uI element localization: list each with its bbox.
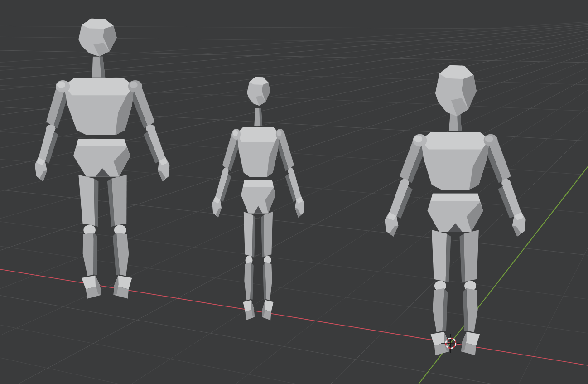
mannequin-facet xyxy=(244,262,251,301)
mannequin-facet xyxy=(264,212,273,257)
mannequin-facet xyxy=(464,230,479,282)
mannequin-joint xyxy=(130,82,138,89)
mannequin-facet xyxy=(244,212,253,257)
mannequin-facet xyxy=(78,175,95,226)
mannequin-facet xyxy=(432,230,447,282)
mannequin-facet xyxy=(243,180,273,187)
grid-line-x xyxy=(0,296,588,384)
mannequin-facet xyxy=(265,262,272,301)
mannequin-facet xyxy=(421,132,489,150)
mannequin-facet xyxy=(431,194,480,201)
grid-line-y xyxy=(236,14,588,384)
mannequin-joint xyxy=(233,130,238,136)
grid-line-x xyxy=(0,325,588,384)
mannequin-left[interactable] xyxy=(35,19,170,299)
mannequin-joint xyxy=(485,135,493,142)
mannequin-facet xyxy=(83,233,94,276)
mannequin-middle[interactable] xyxy=(212,77,304,321)
grid-line-x xyxy=(0,358,588,384)
grid-line-y xyxy=(519,14,588,384)
mannequin-facet xyxy=(237,127,280,142)
viewport-scene xyxy=(0,0,588,384)
mannequin-right[interactable] xyxy=(385,65,525,355)
mannequin-facet xyxy=(93,233,97,275)
mannequin-joint xyxy=(277,130,282,136)
mannequin-facet xyxy=(64,78,134,96)
blender-3d-viewport[interactable] xyxy=(0,0,588,384)
mannequin-facet xyxy=(76,139,126,146)
mannequin-facet xyxy=(433,288,444,332)
mannequin-joint xyxy=(57,82,65,89)
mannequin-facet xyxy=(467,288,478,332)
mannequin-joint xyxy=(414,135,423,142)
